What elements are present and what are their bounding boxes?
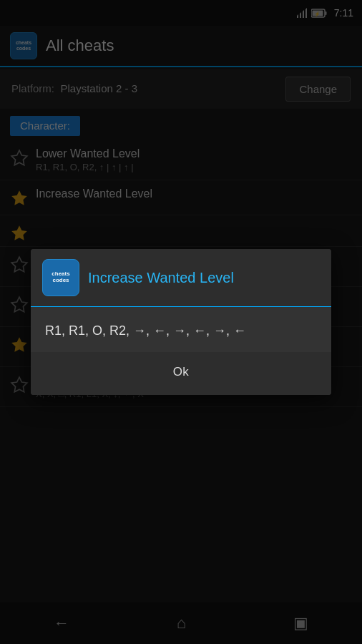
modal-title: Increase Wanted Level <box>88 270 234 286</box>
modal-overlay[interactable]: cheats codes Increase Wanted Level R1, R… <box>0 0 362 644</box>
modal-body: R1, R1, O, R2, →, ←, →, ←, →, ← <box>31 307 331 352</box>
modal-header: cheats codes Increase Wanted Level <box>31 249 331 307</box>
modal-dialog: cheats codes Increase Wanted Level R1, R… <box>31 249 331 395</box>
ok-button[interactable]: Ok <box>159 359 204 385</box>
modal-footer: Ok <box>31 352 331 395</box>
modal-cheat-code: R1, R1, O, R2, →, ←, →, ←, →, ← <box>45 321 317 341</box>
modal-logo-icon: cheats codes <box>42 259 79 296</box>
